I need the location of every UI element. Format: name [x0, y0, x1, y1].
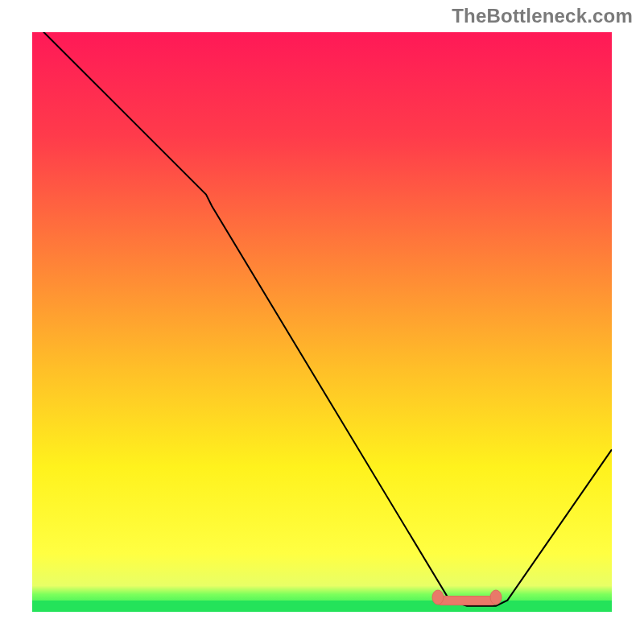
optimal-range-bar: [438, 597, 496, 605]
watermark-text: TheBottleneck.com: [452, 5, 633, 27]
gradient-background: [32, 32, 612, 612]
chart-plot-area: [32, 32, 612, 612]
marker-dot-right: [490, 590, 502, 605]
bottom-green-band: [32, 601, 612, 612]
marker-dot-left: [432, 590, 444, 605]
chart-svg: [32, 32, 612, 612]
